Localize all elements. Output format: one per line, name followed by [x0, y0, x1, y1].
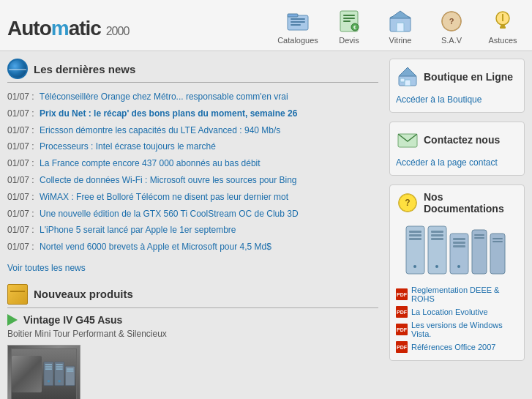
svg-rect-7: [343, 18, 355, 19]
svg-rect-27: [56, 365, 62, 366]
boutique-icon: [396, 65, 419, 89]
list-item: 01/07 : Téléconseillère Orange chez Métr…: [7, 89, 378, 105]
news-link[interactable]: Collecte de données Wi-Fi : Microsoft ou…: [40, 175, 297, 185]
news-date: 01/07 :: [7, 192, 34, 202]
svg-rect-19: [500, 26, 506, 29]
svg-rect-48: [431, 231, 443, 233]
svg-rect-29: [56, 369, 62, 370]
list-item: 01/07 : La France compte encore 437 000 …: [7, 155, 378, 172]
list-item: 01/07 : Ericsson démontre les capacités …: [7, 122, 378, 139]
svg-rect-54: [453, 242, 465, 244]
devis-icon: €: [336, 8, 362, 34]
product-name-text: Vintage IV G45 Asus: [23, 314, 122, 326]
news-link[interactable]: Nortel vend 6000 brevets à Apple et Micr…: [40, 242, 271, 252]
logo-text: Automatic 2000: [7, 17, 129, 40]
pdf-icon: PDF: [396, 324, 408, 335]
svg-rect-60: [490, 234, 505, 274]
doc-item: PDF La Location Evolutive: [396, 305, 518, 319]
svg-rect-61: [492, 238, 503, 239]
nav-sav-label: S.A.V: [441, 36, 462, 45]
doc-link-3[interactable]: Références Office 2007: [411, 343, 495, 351]
nav-astuces[interactable]: Astuces: [481, 8, 525, 45]
nav-sav[interactable]: ? S.A.V: [430, 8, 473, 45]
product-desc: Boitier Mini Tour Performant & Silencieu…: [7, 329, 378, 339]
docs-title: Nos Documentations: [424, 191, 518, 215]
nav-devis[interactable]: € Devis: [327, 8, 371, 45]
svg-rect-50: [431, 238, 443, 240]
contact-link[interactable]: Accéder à la page contact: [396, 156, 518, 169]
news-date: 01/07 :: [7, 92, 34, 102]
contact-section: Contactez nous Accéder à la page contact: [389, 122, 525, 176]
news-link[interactable]: WiMAX : Free et Bolloré Télécom ne disen…: [40, 192, 288, 202]
svg-rect-13: [397, 23, 404, 31]
news-link-bold[interactable]: Prix du Net : le récap' des bons plans d…: [40, 108, 297, 119]
list-item: 01/07 : Processeurs : Intel écrase toujo…: [7, 138, 378, 155]
doc-link-0[interactable]: Reglementation DEEE & ROHS: [411, 286, 518, 303]
nav-vitrine-label: Vitrine: [389, 36, 412, 45]
svg-rect-43: [409, 231, 422, 233]
package-icon: [7, 284, 28, 305]
svg-marker-35: [399, 67, 416, 76]
svg-rect-36: [405, 80, 411, 86]
svg-rect-55: [453, 245, 465, 247]
news-date: 01/07 :: [7, 209, 34, 219]
main-content: Les dernières news 01/07 : Téléconseillè…: [0, 51, 532, 399]
pdf-icon: PDF: [396, 288, 408, 300]
logo-area: Automatic 2000: [7, 17, 168, 40]
news-section-title: Les dernières news: [34, 63, 135, 75]
svg-rect-24: [45, 369, 52, 370]
svg-point-30: [58, 380, 61, 383]
news-link[interactable]: Ericsson démontre les capacités du LTE A…: [40, 125, 280, 135]
svg-rect-32: [67, 369, 73, 370]
docs-section: ? Nos Documentations: [389, 184, 525, 361]
news-date: 01/07 :: [7, 158, 34, 168]
nav-astuces-label: Astuces: [488, 36, 517, 45]
nav-area: Catalogues € Devis: [168, 8, 525, 48]
product-name: Vintage IV G45 Asus: [7, 314, 378, 326]
news-link[interactable]: Téléconseillère Orange chez Métro... res…: [40, 92, 288, 102]
svg-rect-23: [45, 367, 52, 368]
news-link[interactable]: L'iPhone 5 serait lancé par Apple le 1er…: [40, 225, 236, 235]
svg-text:?: ?: [449, 17, 454, 26]
docs-section-header: ? Nos Documentations: [396, 191, 518, 215]
news-link[interactable]: Une nouvelle édition de la GTX 560 Ti Co…: [40, 209, 299, 219]
nav-vitrine[interactable]: Vitrine: [378, 8, 422, 45]
sav-icon: ?: [438, 8, 465, 34]
svg-rect-3: [291, 21, 305, 23]
svg-rect-59: [474, 237, 484, 239]
nav-catalogues[interactable]: Catalogues: [276, 8, 320, 45]
news-date: 01/07 :: [7, 125, 34, 135]
produits-section-header: Nouveaux produits: [7, 284, 378, 308]
svg-marker-12: [390, 11, 411, 18]
svg-rect-62: [492, 241, 503, 242]
nav-devis-label: Devis: [339, 36, 359, 45]
boutique-link[interactable]: Accéder à la Boutique: [396, 93, 518, 106]
news-link[interactable]: La France compte encore 437 000 abonnés …: [40, 158, 261, 168]
produits-section-title: Nouveaux produits: [34, 288, 133, 300]
contact-icon: [396, 128, 419, 152]
doc-link-1[interactable]: La Location Evolutive: [411, 307, 488, 316]
news-list: 01/07 : Téléconseillère Orange chez Métr…: [7, 89, 378, 256]
astuces-icon: [490, 8, 516, 34]
svg-rect-49: [431, 234, 443, 236]
list-item: 01/07 : Prix du Net : le récap' des bons…: [7, 105, 378, 122]
news-globe-icon: [7, 59, 28, 79]
svg-rect-44: [409, 234, 422, 236]
news-date: 01/07 :: [7, 242, 34, 252]
contact-section-header: Contactez nous: [396, 128, 518, 152]
docs-icon: ?: [396, 191, 419, 215]
left-column: Les dernières news 01/07 : Téléconseillè…: [7, 59, 378, 399]
doc-link-2[interactable]: Les versions de Windows Vista.: [411, 321, 518, 338]
news-date: 01/07 :: [7, 175, 34, 185]
contact-title: Contactez nous: [424, 134, 500, 146]
doc-item: PDF Les versions de Windows Vista.: [396, 319, 518, 340]
see-all-news-link[interactable]: Voir toutes les news: [7, 263, 378, 273]
svg-rect-37: [400, 78, 405, 82]
list-item: 01/07 : L'iPhone 5 serait lancé par Appl…: [7, 222, 378, 239]
news-link[interactable]: Processeurs : Intel écrase toujours le m…: [40, 141, 216, 152]
svg-rect-45: [409, 238, 422, 240]
svg-rect-18: [501, 24, 505, 26]
docs-server-image: [396, 219, 518, 280]
doc-item: PDF Reglementation DEEE & ROHS: [396, 284, 518, 305]
page-wrapper: Automatic 2000 Catalogues: [0, 0, 532, 399]
